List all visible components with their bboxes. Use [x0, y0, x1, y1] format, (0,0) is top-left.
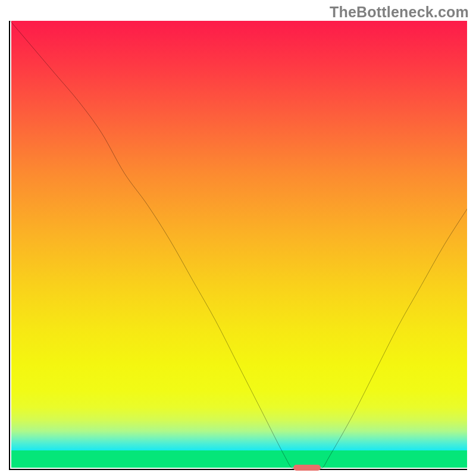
bottleneck-chart: TheBottleneck.com	[0, 0, 476, 476]
optimal-marker	[293, 465, 321, 471]
curve-layer	[10, 21, 467, 469]
watermark-text: TheBottleneck.com	[330, 4, 469, 21]
plot-area	[9, 21, 467, 470]
bottleneck-curve	[10, 21, 467, 469]
